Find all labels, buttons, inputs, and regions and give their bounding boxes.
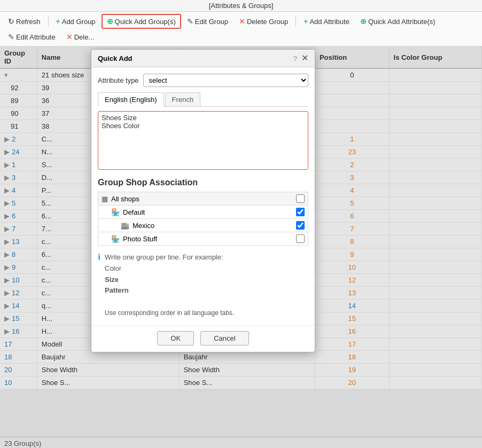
separator-1 <box>48 16 49 27</box>
quick-add-groups-icon: ⊕ <box>107 17 113 26</box>
edit-group-button[interactable]: ✎ Edit Group <box>182 14 233 28</box>
mexico-shop-label: Mexico <box>133 222 296 230</box>
refresh-button[interactable]: ↻ Refresh <box>3 14 45 28</box>
toolbar: ↻ Refresh + Add Group ⊕ Quick Add Group(… <box>0 12 482 46</box>
photo-stuff-checkbox[interactable] <box>296 234 305 243</box>
title-bar: [Attributes & Groups] <box>0 0 482 12</box>
add-group-icon: + <box>56 17 60 26</box>
modal-body: Attribute type select English (English) … <box>91 67 315 325</box>
separator-2 <box>296 16 296 27</box>
attribute-type-row: Attribute type select <box>98 74 308 87</box>
all-shops-checkbox[interactable] <box>296 194 305 203</box>
delete-group-button[interactable]: ✕ Delete Group <box>234 14 293 28</box>
add-group-button[interactable]: + Add Group <box>51 14 100 28</box>
shop-all-shops: ▦ All shops <box>98 192 308 205</box>
shop-association-title: Group Shop Association <box>98 178 308 187</box>
modal-title: Quick Add <box>98 54 133 62</box>
info-example-pattern: Pattern <box>105 286 129 294</box>
quick-add-attributes-icon: ⊕ <box>360 17 367 26</box>
groups-textarea[interactable]: Shoes Size Shoes Color <box>98 111 308 170</box>
ok-button[interactable]: OK <box>157 331 194 345</box>
attribute-type-select[interactable]: select <box>143 74 308 87</box>
tab-english[interactable]: English (English) <box>98 92 164 107</box>
info-example-size: Size <box>105 276 119 284</box>
all-shops-icon: ▦ <box>102 195 108 203</box>
shop-default: 🏪 Default <box>98 205 308 218</box>
delete-attribute-icon: ✕ <box>66 33 73 41</box>
close-button[interactable]: ✕ <box>301 54 308 62</box>
modal-controls: ? ✕ <box>293 54 308 62</box>
mexico-shop-checkbox[interactable] <box>296 221 305 230</box>
refresh-icon: ↻ <box>8 17 14 26</box>
main-content: Group ID Name Public Name Position Is Co… <box>0 46 482 448</box>
photo-stuff-label: Photo Stuff <box>123 235 296 243</box>
info-order-text: Use corresponding order in all language … <box>105 309 234 317</box>
info-main-text: Write one group per line. For example: <box>105 253 223 261</box>
help-button[interactable]: ? <box>293 54 297 62</box>
edit-attribute-button[interactable]: ✎ Edit Attribute <box>3 30 60 44</box>
modal-overlay: Quick Add ? ✕ Attribute type select Engl <box>0 46 482 448</box>
modal-footer: OK Cancel <box>91 325 315 352</box>
info-box: ℹ Write one group per line. For example:… <box>98 252 308 319</box>
mexico-shop-icon: 🏬 <box>121 222 129 230</box>
language-tabs: English (English) French <box>98 92 308 107</box>
default-shop-label: Default <box>123 208 296 216</box>
edit-group-icon: ✎ <box>187 17 193 26</box>
default-shop-icon: 🏪 <box>111 208 120 216</box>
info-example-color: Color <box>105 264 121 272</box>
add-attribute-icon: + <box>304 17 308 26</box>
modal-header: Quick Add ? ✕ <box>91 50 315 67</box>
all-shops-label: All shops <box>111 195 296 203</box>
quick-add-dialog: Quick Add ? ✕ Attribute type select Engl <box>91 49 315 352</box>
tab-french[interactable]: French <box>165 92 200 106</box>
delete-group-icon: ✕ <box>239 17 245 26</box>
info-text-content: Write one group per line. For example: C… <box>105 252 234 319</box>
add-attribute-button[interactable]: + Add Attribute <box>299 14 354 28</box>
edit-attribute-icon: ✎ <box>8 33 14 41</box>
shop-mexico: 🏬 Mexico <box>98 218 308 232</box>
shops-list: ▦ All shops 🏪 Default 🏬 Mexico <box>98 192 308 246</box>
attribute-type-label: Attribute type <box>98 76 139 84</box>
delete-attribute-button[interactable]: ✕ Dele... <box>61 30 99 44</box>
quick-add-groups-button[interactable]: ⊕ Quick Add Group(s) <box>102 14 181 29</box>
cancel-button[interactable]: Cancel <box>200 331 248 345</box>
photo-stuff-icon: 🏪 <box>111 235 120 243</box>
window-title: [Attributes & Groups] <box>209 2 274 10</box>
default-shop-checkbox[interactable] <box>296 208 305 216</box>
shop-photo-stuff: 🏪 Photo Stuff <box>98 232 308 246</box>
info-icon: ℹ <box>98 253 100 319</box>
quick-add-attributes-button[interactable]: ⊕ Quick Add Attribute(s) <box>355 14 440 28</box>
